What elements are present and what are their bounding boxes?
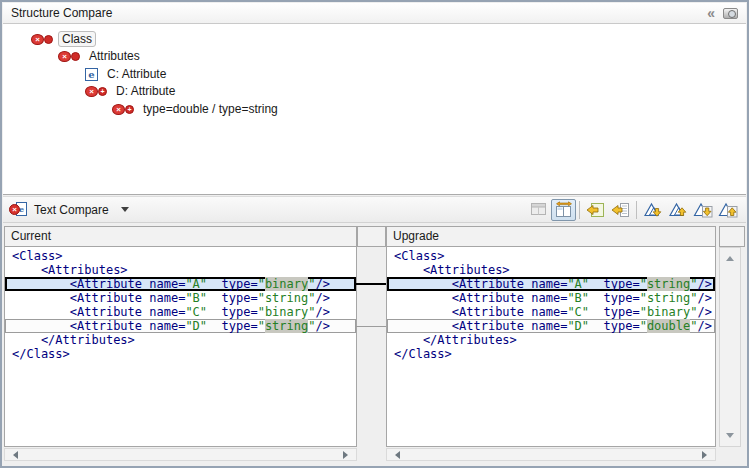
scroll-up-icon[interactable] (726, 252, 734, 261)
code-segment: /> (697, 291, 711, 305)
code-segment: <Attribute name= (394, 305, 567, 319)
vertical-scrollbar[interactable] (719, 247, 741, 447)
code-pane[interactable]: <Class> <Attributes> <Attribute name="A"… (4, 247, 357, 447)
code-line: </Class> (387, 347, 715, 361)
code-segment: "B" (185, 291, 207, 305)
tree-item-label: D: Attribute (112, 83, 179, 99)
collapse-icon[interactable]: « (707, 7, 713, 19)
code-segment: type= (207, 305, 258, 319)
code-segment: "D" (185, 319, 207, 333)
corner-header (719, 226, 745, 247)
scroll-left-icon[interactable] (391, 451, 400, 459)
code-segment: /> (315, 291, 329, 305)
scroll-down-icon[interactable] (726, 433, 734, 442)
diff-connector[interactable] (356, 326, 387, 327)
side-by-side-layout-button[interactable] (551, 199, 576, 221)
code-segment: " (258, 277, 265, 291)
code-segment: "binary" (258, 305, 316, 319)
camera-icon[interactable] (723, 8, 738, 19)
tree-item[interactable]: D: Attribute (85, 83, 179, 99)
toolbar-separator (579, 201, 580, 219)
structure-tree[interactable]: ClassAttributesC: AttributeD: Attributet… (3, 24, 746, 195)
text-compare-header: Text Compare (3, 196, 746, 223)
code-segment: /> (697, 305, 711, 319)
code-segment: "A" (185, 277, 207, 291)
code-line: <Attribute name="C" type="binary"/> (387, 305, 715, 319)
horizontal-scrollbar-left[interactable] (4, 448, 357, 461)
tree-item-label: Class (58, 31, 96, 47)
code-pane[interactable]: <Class> <Attributes> <Attribute name="A"… (386, 247, 716, 447)
code-segment: "B" (567, 291, 589, 305)
change-icon (112, 103, 134, 116)
code-segment: "C" (185, 305, 207, 319)
scroll-right-icon[interactable] (702, 451, 711, 459)
two-pane-layout-button[interactable] (526, 199, 551, 221)
next-difference-button[interactable] (640, 199, 665, 221)
code-segment: "A" (567, 277, 589, 291)
tree-item-label: C: Attribute (103, 66, 170, 82)
code-segment: "C" (567, 305, 589, 319)
code-segment: type= (589, 319, 640, 333)
previous-change-button[interactable] (715, 199, 740, 221)
code-segment: <Attributes> (12, 263, 128, 277)
tree-item-label: Attributes (85, 48, 144, 64)
code-segment: /> (315, 277, 329, 291)
code-segment: type= (207, 277, 258, 291)
code-segment: type= (207, 291, 258, 305)
code-segment: <Attribute name= (394, 291, 567, 305)
diff-highlight: binary (265, 277, 308, 291)
code-segment: <Attribute name= (394, 277, 567, 291)
toolbar-separator (636, 201, 637, 219)
code-segment: </Attributes> (394, 333, 517, 347)
structure-compare-header: Structure Compare « (3, 3, 746, 24)
text-compare-toolbar (526, 199, 740, 221)
code-segment: <Attribute name= (12, 319, 185, 333)
code-segment: </Class> (12, 347, 70, 361)
code-line: <Attribute name="C" type="binary"/> (5, 305, 356, 319)
code-segment: "string" (258, 291, 316, 305)
code-segment: " (640, 277, 647, 291)
code-segment: "binary" (640, 305, 698, 319)
code-segment: </Class> (394, 347, 452, 361)
tree-item[interactable]: Attributes (58, 48, 144, 64)
copy-all-right-to-left-button[interactable] (583, 199, 608, 221)
change-icon (85, 85, 107, 98)
scroll-left-icon[interactable] (9, 451, 18, 459)
code-line: </Attributes> (387, 333, 715, 347)
next-change-button[interactable] (690, 199, 715, 221)
diff-highlight: string (265, 319, 308, 333)
tree-item-label: type=double / type=string (139, 101, 282, 117)
code-segment: <Class> (12, 249, 63, 263)
scroll-right-icon[interactable] (343, 451, 352, 459)
tree-item[interactable]: Class (31, 31, 96, 47)
code-segment: " (258, 319, 265, 333)
horizontal-scrollbar-right[interactable] (386, 448, 716, 461)
diff-connector-selected[interactable] (356, 283, 387, 285)
code-segment: type= (589, 305, 640, 319)
code-segment: " (640, 319, 647, 333)
code-segment: <Attributes> (394, 263, 510, 277)
chevron-down-icon[interactable] (121, 207, 129, 216)
code-line: <Class> (5, 249, 356, 263)
tree-item[interactable]: C: Attribute (85, 66, 170, 82)
code-segment: /> (315, 305, 329, 319)
code-segment: /> (697, 319, 711, 333)
code-line: <Attribute name="B" type="string"/> (5, 291, 356, 305)
previous-difference-button[interactable] (665, 199, 690, 221)
code-segment: <Attribute name= (12, 277, 185, 291)
code-segment: "D" (567, 319, 589, 333)
code-line: <Class> (387, 249, 715, 263)
code-line: <Attribute name="D" type="string"/> (5, 319, 356, 333)
tree-item[interactable]: type=double / type=string (112, 101, 282, 117)
code-segment: <Attribute name= (12, 291, 185, 305)
code-segment: type= (589, 291, 640, 305)
code-segment: </Attributes> (12, 333, 135, 347)
copy-current-right-to-left-button[interactable] (608, 199, 633, 221)
code-segment: /> (697, 277, 711, 291)
text-compare-icon (9, 201, 27, 218)
code-segment: type= (589, 277, 640, 291)
diff-highlight: double (647, 319, 690, 333)
code-line: <Attribute name="D" type="double"/> (387, 319, 715, 333)
change-icon (31, 33, 53, 46)
diff-highlight: string (647, 277, 690, 291)
